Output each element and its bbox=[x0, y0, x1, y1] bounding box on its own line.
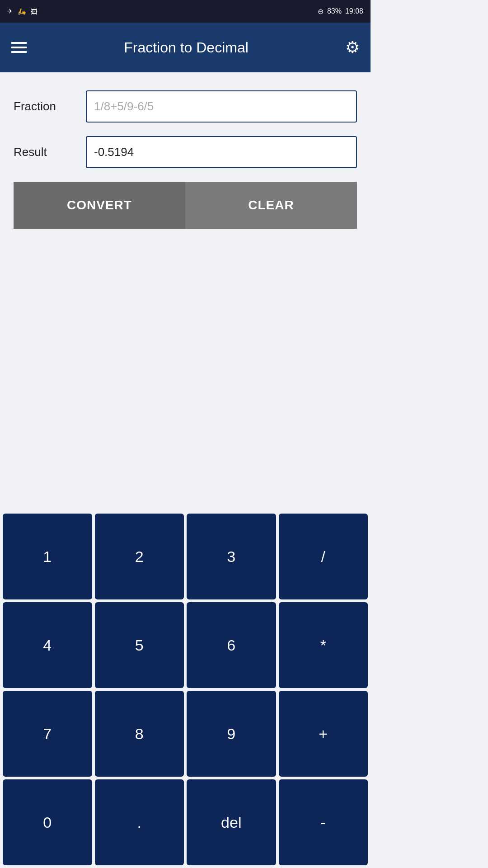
airplane-icon: ✈ bbox=[7, 7, 13, 15]
action-buttons: CONVERT CLEAR bbox=[14, 182, 357, 229]
key-4[interactable]: 4 bbox=[3, 602, 92, 688]
key-6[interactable]: 6 bbox=[187, 602, 276, 688]
settings-icon[interactable]: ⚙ bbox=[345, 38, 360, 57]
key-8[interactable]: 8 bbox=[95, 691, 184, 777]
result-row: Result bbox=[14, 136, 357, 168]
bike-icon: 🛵 bbox=[18, 7, 26, 15]
clock-time: 19:08 bbox=[345, 7, 363, 15]
status-right-info: ⊖ 83% 19:08 bbox=[318, 7, 363, 16]
key-5[interactable]: 5 bbox=[95, 602, 184, 688]
result-input[interactable] bbox=[86, 136, 357, 168]
clear-button[interactable]: CLEAR bbox=[185, 182, 357, 229]
menu-button[interactable] bbox=[11, 42, 27, 53]
key-multiply[interactable]: * bbox=[279, 602, 368, 688]
main-content: Fraction Result CONVERT CLEAR bbox=[0, 72, 371, 511]
key-minus[interactable]: - bbox=[279, 779, 368, 865]
key-plus[interactable]: + bbox=[279, 691, 368, 777]
fraction-label: Fraction bbox=[14, 99, 86, 113]
image-icon: 🖼 bbox=[31, 8, 38, 15]
fraction-row: Fraction bbox=[14, 90, 357, 123]
key-2[interactable]: 2 bbox=[95, 514, 184, 599]
key-1[interactable]: 1 bbox=[3, 514, 92, 599]
app-header: Fraction to Decimal ⚙ bbox=[0, 23, 371, 72]
do-not-disturb-icon: ⊖ bbox=[318, 7, 324, 16]
key-7[interactable]: 7 bbox=[3, 691, 92, 777]
status-left-icons: ✈ 🛵 🖼 bbox=[7, 7, 38, 15]
key-dot[interactable]: . bbox=[95, 779, 184, 865]
key-9[interactable]: 9 bbox=[187, 691, 276, 777]
key-3[interactable]: 3 bbox=[187, 514, 276, 599]
menu-line-2 bbox=[11, 47, 27, 48]
keypad: 123/456*789+0.del- bbox=[0, 511, 371, 868]
status-bar: ✈ 🛵 🖼 ⊖ 83% 19:08 bbox=[0, 0, 371, 23]
key-del[interactable]: del bbox=[187, 779, 276, 865]
key-0[interactable]: 0 bbox=[3, 779, 92, 865]
convert-button[interactable]: CONVERT bbox=[14, 182, 185, 229]
fraction-input[interactable] bbox=[86, 90, 357, 123]
page-title: Fraction to Decimal bbox=[124, 39, 249, 56]
menu-line-3 bbox=[11, 51, 27, 53]
battery-percent: 83% bbox=[327, 7, 342, 15]
menu-line-1 bbox=[11, 42, 27, 44]
key-slash[interactable]: / bbox=[279, 514, 368, 599]
result-label: Result bbox=[14, 145, 86, 159]
